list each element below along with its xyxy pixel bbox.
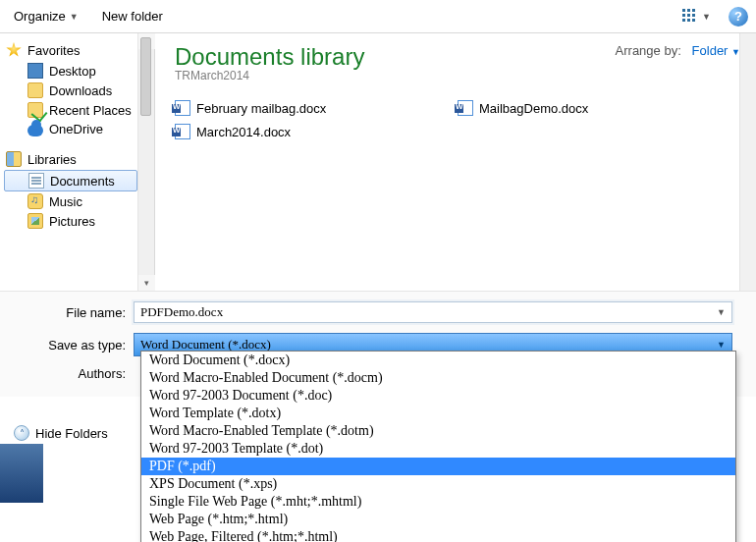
file-list: February mailbag.docx MailbagDemo.docx M… bbox=[175, 100, 740, 139]
sidebar-item-recent[interactable]: Recent Places bbox=[0, 100, 154, 120]
dropdown-option[interactable]: Single File Web Page (*.mht;*.mhtml) bbox=[141, 493, 735, 511]
sidebar-item-label: Desktop bbox=[49, 64, 96, 79]
filename-value: PDFDemo.docx bbox=[140, 302, 223, 322]
authors-label: Authors: bbox=[18, 366, 126, 381]
arrange-label: Arrange by: bbox=[616, 43, 681, 58]
scroll-thumb[interactable] bbox=[140, 37, 151, 116]
dropdown-option[interactable]: Word 97-2003 Document (*.doc) bbox=[141, 387, 735, 405]
recent-places-icon bbox=[27, 102, 43, 118]
dropdown-option[interactable]: Word Template (*.dotx) bbox=[141, 405, 735, 422]
view-options-button[interactable]: ▼ bbox=[676, 6, 717, 27]
favorites-label: Favorites bbox=[27, 43, 80, 58]
dropdown-option[interactable]: Word Macro-Enabled Template (*.dotm) bbox=[141, 422, 735, 440]
chevron-up-icon: ˄ bbox=[14, 425, 29, 441]
libraries-heading[interactable]: Libraries bbox=[0, 148, 154, 170]
sidebar-item-label: Recent Places bbox=[49, 103, 132, 118]
music-icon bbox=[27, 193, 43, 209]
sidebar: Favorites Desktop Downloads Recent Place… bbox=[0, 33, 155, 291]
sidebar-item-label: Documents bbox=[50, 174, 115, 189]
desktop-icon bbox=[27, 63, 43, 79]
file-name: March2014.docx bbox=[196, 125, 291, 139]
star-icon bbox=[6, 42, 22, 58]
chevron-down-icon: ▼ bbox=[70, 12, 79, 22]
library-title: Documents library bbox=[175, 43, 364, 71]
sidebar-item-documents[interactable]: Documents bbox=[4, 170, 137, 191]
dropdown-option[interactable]: PDF (*.pdf) bbox=[141, 458, 735, 475]
arrange-by[interactable]: Arrange by: Folder ▼ bbox=[616, 43, 740, 58]
sidebar-item-music[interactable]: Music bbox=[0, 191, 154, 211]
dropdown-option[interactable]: XPS Document (*.xps) bbox=[141, 475, 735, 493]
dropdown-option[interactable]: Word 97-2003 Template (*.dot) bbox=[141, 440, 735, 458]
dropdown-option[interactable]: Web Page, Filtered (*.htm;*.html) bbox=[141, 528, 735, 542]
organize-button[interactable]: Organize ▼ bbox=[8, 6, 84, 27]
favorites-heading[interactable]: Favorites bbox=[0, 39, 154, 61]
sidebar-item-downloads[interactable]: Downloads bbox=[0, 81, 154, 100]
libraries-label: Libraries bbox=[27, 152, 77, 167]
document-icon bbox=[28, 173, 44, 189]
hide-folders-button[interactable]: ˄ Hide Folders bbox=[14, 425, 108, 441]
pictures-icon bbox=[27, 213, 43, 229]
sidebar-item-label: Pictures bbox=[49, 214, 95, 229]
libraries-icon bbox=[6, 151, 22, 167]
main-area: Favorites Desktop Downloads Recent Place… bbox=[0, 33, 756, 291]
docx-icon bbox=[175, 124, 190, 139]
cloud-icon bbox=[27, 125, 43, 136]
docx-icon bbox=[458, 100, 473, 116]
save-as-type-dropdown[interactable]: Word Document (*.docx)Word Macro-Enabled… bbox=[140, 351, 736, 542]
toolbar: Organize ▼ New folder ▼ ? bbox=[0, 0, 756, 33]
file-item[interactable]: February mailbag.docx bbox=[175, 100, 458, 116]
file-item[interactable]: March2014.docx bbox=[175, 124, 458, 139]
save-as-type-label: Save as type: bbox=[18, 338, 126, 352]
chevron-down-icon: ▼ bbox=[702, 12, 711, 22]
docx-icon bbox=[175, 100, 190, 116]
filename-label: File name: bbox=[18, 305, 126, 320]
arrange-value: Folder bbox=[692, 43, 729, 58]
dropdown-option[interactable]: Word Macro-Enabled Document (*.docm) bbox=[141, 369, 735, 387]
chevron-down-icon[interactable]: ▼ bbox=[717, 340, 726, 350]
sidebar-item-label: Downloads bbox=[49, 83, 112, 98]
taskbar-sliver bbox=[0, 444, 43, 503]
sidebar-item-desktop[interactable]: Desktop bbox=[0, 61, 154, 81]
chevron-down-icon[interactable]: ▼ bbox=[717, 302, 726, 322]
file-name: MailbagDemo.docx bbox=[479, 101, 588, 116]
sidebar-scrollbar[interactable]: ▴ ▾ bbox=[137, 33, 154, 291]
sidebar-item-onedrive[interactable]: OneDrive bbox=[0, 120, 154, 138]
file-name: February mailbag.docx bbox=[196, 101, 326, 116]
folder-icon bbox=[27, 82, 43, 98]
file-item[interactable]: MailbagDemo.docx bbox=[458, 100, 740, 116]
hide-folders-label: Hide Folders bbox=[35, 426, 108, 441]
library-subtitle: TRMarch2014 bbox=[175, 69, 364, 82]
sidebar-item-label: OneDrive bbox=[49, 122, 103, 136]
sidebar-item-pictures[interactable]: Pictures bbox=[0, 211, 154, 231]
dropdown-option[interactable]: Web Page (*.htm;*.html) bbox=[141, 511, 735, 528]
content-scrollbar[interactable] bbox=[739, 33, 756, 291]
view-icon bbox=[682, 9, 698, 25]
scroll-down-icon[interactable]: ▾ bbox=[138, 275, 155, 291]
organize-label: Organize bbox=[14, 9, 66, 24]
dropdown-option[interactable]: Word Document (*.docx) bbox=[141, 352, 735, 369]
help-button[interactable]: ? bbox=[729, 7, 748, 27]
new-folder-button[interactable]: New folder bbox=[96, 6, 169, 27]
content-pane: Documents library TRMarch2014 Arrange by… bbox=[155, 33, 756, 291]
filename-input[interactable]: PDFDemo.docx ▼ bbox=[134, 301, 732, 323]
new-folder-label: New folder bbox=[102, 9, 163, 24]
sidebar-item-label: Music bbox=[49, 194, 82, 209]
